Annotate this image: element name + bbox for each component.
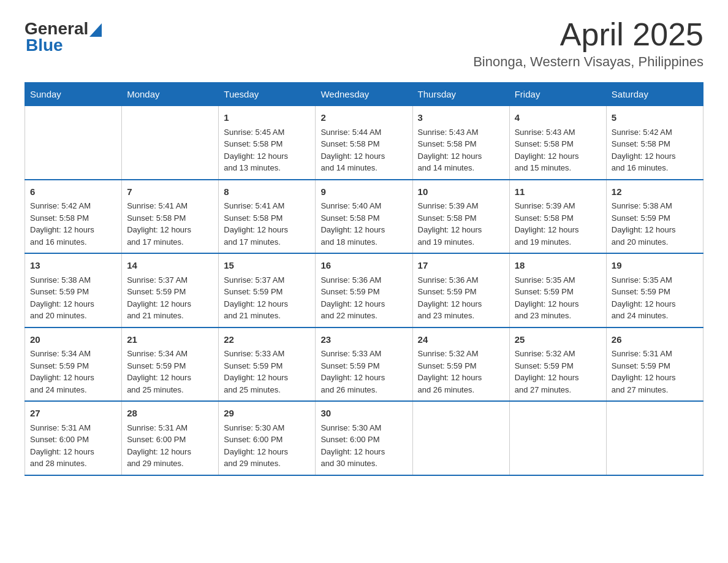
calendar-cell <box>122 106 219 180</box>
day-info: Sunrise: 5:41 AM Sunset: 5:58 PM Dayligh… <box>127 200 213 248</box>
day-info: Sunrise: 5:42 AM Sunset: 5:58 PM Dayligh… <box>30 200 116 248</box>
calendar-cell: 14Sunrise: 5:37 AM Sunset: 5:59 PM Dayli… <box>122 253 219 327</box>
calendar-week-4: 20Sunrise: 5:34 AM Sunset: 5:59 PM Dayli… <box>25 327 703 402</box>
day-info: Sunrise: 5:38 AM Sunset: 5:59 PM Dayligh… <box>612 200 698 248</box>
day-info: Sunrise: 5:41 AM Sunset: 5:58 PM Dayligh… <box>224 200 310 248</box>
day-info: Sunrise: 5:36 AM Sunset: 5:59 PM Dayligh… <box>320 274 407 322</box>
logo-text-blue: Blue <box>26 36 63 55</box>
day-info: Sunrise: 5:43 AM Sunset: 5:58 PM Dayligh… <box>418 126 504 174</box>
day-number: 7 <box>127 185 213 199</box>
calendar-cell: 1Sunrise: 5:45 AM Sunset: 5:58 PM Daylig… <box>219 106 316 180</box>
day-info: Sunrise: 5:33 AM Sunset: 5:59 PM Dayligh… <box>224 348 310 396</box>
column-header-friday: Friday <box>509 83 606 106</box>
day-number: 15 <box>224 259 310 273</box>
column-header-thursday: Thursday <box>412 83 509 106</box>
calendar-cell <box>25 106 122 180</box>
day-info: Sunrise: 5:43 AM Sunset: 5:58 PM Dayligh… <box>515 126 601 174</box>
day-number: 19 <box>612 259 698 273</box>
day-info: Sunrise: 5:34 AM Sunset: 5:59 PM Dayligh… <box>127 348 213 396</box>
calendar-cell: 21Sunrise: 5:34 AM Sunset: 5:59 PM Dayli… <box>122 327 219 402</box>
day-info: Sunrise: 5:31 AM Sunset: 6:00 PM Dayligh… <box>127 422 213 470</box>
calendar-cell: 11Sunrise: 5:39 AM Sunset: 5:58 PM Dayli… <box>509 180 606 254</box>
day-info: Sunrise: 5:35 AM Sunset: 5:59 PM Dayligh… <box>612 274 698 322</box>
calendar-cell: 13Sunrise: 5:38 AM Sunset: 5:59 PM Dayli… <box>25 253 122 327</box>
calendar-cell: 3Sunrise: 5:43 AM Sunset: 5:58 PM Daylig… <box>412 106 509 180</box>
day-info: Sunrise: 5:32 AM Sunset: 5:59 PM Dayligh… <box>515 348 601 396</box>
column-header-saturday: Saturday <box>606 83 703 106</box>
calendar-cell: 18Sunrise: 5:35 AM Sunset: 5:59 PM Dayli… <box>509 253 606 327</box>
calendar-cell: 15Sunrise: 5:37 AM Sunset: 5:59 PM Dayli… <box>219 253 316 327</box>
calendar-cell: 9Sunrise: 5:40 AM Sunset: 5:58 PM Daylig… <box>316 180 412 254</box>
day-number: 9 <box>320 185 407 199</box>
day-number: 8 <box>224 185 310 199</box>
day-info: Sunrise: 5:31 AM Sunset: 6:00 PM Dayligh… <box>30 422 116 470</box>
calendar-week-2: 6Sunrise: 5:42 AM Sunset: 5:58 PM Daylig… <box>25 180 703 254</box>
day-number: 23 <box>320 333 407 347</box>
calendar-table: SundayMondayTuesdayWednesdayThursdayFrid… <box>25 82 703 476</box>
svg-marker-0 <box>89 23 102 37</box>
day-number: 13 <box>30 259 116 273</box>
day-number: 11 <box>515 185 601 199</box>
day-number: 17 <box>418 259 504 273</box>
day-number: 4 <box>515 111 601 125</box>
calendar-cell: 4Sunrise: 5:43 AM Sunset: 5:58 PM Daylig… <box>509 106 606 180</box>
day-info: Sunrise: 5:39 AM Sunset: 5:58 PM Dayligh… <box>515 200 601 248</box>
day-number: 30 <box>320 407 407 421</box>
day-number: 18 <box>515 259 601 273</box>
day-number: 20 <box>30 333 116 347</box>
day-number: 22 <box>224 333 310 347</box>
day-info: Sunrise: 5:38 AM Sunset: 5:59 PM Dayligh… <box>30 274 116 322</box>
column-header-wednesday: Wednesday <box>316 83 412 106</box>
day-info: Sunrise: 5:33 AM Sunset: 5:59 PM Dayligh… <box>320 348 407 396</box>
day-number: 2 <box>320 111 407 125</box>
calendar-cell: 6Sunrise: 5:42 AM Sunset: 5:58 PM Daylig… <box>25 180 122 254</box>
logo: General Blue <box>25 18 102 55</box>
calendar-cell <box>509 401 606 475</box>
calendar-cell <box>606 401 703 475</box>
column-header-monday: Monday <box>122 83 219 106</box>
day-info: Sunrise: 5:39 AM Sunset: 5:58 PM Dayligh… <box>418 200 504 248</box>
page-title: April 2025 <box>473 18 703 50</box>
calendar-cell: 23Sunrise: 5:33 AM Sunset: 5:59 PM Dayli… <box>316 327 412 402</box>
calendar-cell: 5Sunrise: 5:42 AM Sunset: 5:58 PM Daylig… <box>606 106 703 180</box>
calendar-cell: 17Sunrise: 5:36 AM Sunset: 5:59 PM Dayli… <box>412 253 509 327</box>
calendar-cell: 19Sunrise: 5:35 AM Sunset: 5:59 PM Dayli… <box>606 253 703 327</box>
calendar-cell: 8Sunrise: 5:41 AM Sunset: 5:58 PM Daylig… <box>219 180 316 254</box>
day-info: Sunrise: 5:31 AM Sunset: 5:59 PM Dayligh… <box>612 348 698 396</box>
day-number: 26 <box>612 333 698 347</box>
calendar-week-3: 13Sunrise: 5:38 AM Sunset: 5:59 PM Dayli… <box>25 253 703 327</box>
day-number: 24 <box>418 333 504 347</box>
day-number: 27 <box>30 407 116 421</box>
calendar-cell: 2Sunrise: 5:44 AM Sunset: 5:58 PM Daylig… <box>316 106 412 180</box>
day-info: Sunrise: 5:42 AM Sunset: 5:58 PM Dayligh… <box>612 126 698 174</box>
calendar-cell <box>412 401 509 475</box>
day-info: Sunrise: 5:35 AM Sunset: 5:59 PM Dayligh… <box>515 274 601 322</box>
day-info: Sunrise: 5:36 AM Sunset: 5:59 PM Dayligh… <box>418 274 504 322</box>
day-number: 28 <box>127 407 213 421</box>
day-info: Sunrise: 5:40 AM Sunset: 5:58 PM Dayligh… <box>320 200 407 248</box>
day-info: Sunrise: 5:45 AM Sunset: 5:58 PM Dayligh… <box>224 126 310 174</box>
day-number: 14 <box>127 259 213 273</box>
calendar-cell: 24Sunrise: 5:32 AM Sunset: 5:59 PM Dayli… <box>412 327 509 402</box>
day-number: 16 <box>320 259 407 273</box>
calendar-header: SundayMondayTuesdayWednesdayThursdayFrid… <box>25 83 703 106</box>
calendar-cell: 30Sunrise: 5:30 AM Sunset: 6:00 PM Dayli… <box>316 401 412 475</box>
header-right: April 2025 Binonga, Western Visayas, Phi… <box>473 18 703 70</box>
calendar-cell: 27Sunrise: 5:31 AM Sunset: 6:00 PM Dayli… <box>25 401 122 475</box>
calendar-week-1: 1Sunrise: 5:45 AM Sunset: 5:58 PM Daylig… <box>25 106 703 180</box>
calendar-cell: 22Sunrise: 5:33 AM Sunset: 5:59 PM Dayli… <box>219 327 316 402</box>
page-subtitle: Binonga, Western Visayas, Philippines <box>473 54 703 70</box>
calendar-week-5: 27Sunrise: 5:31 AM Sunset: 6:00 PM Dayli… <box>25 401 703 475</box>
day-number: 3 <box>418 111 504 125</box>
day-info: Sunrise: 5:30 AM Sunset: 6:00 PM Dayligh… <box>224 422 310 470</box>
column-header-sunday: Sunday <box>25 83 122 106</box>
logo-triangle-icon <box>89 23 102 37</box>
calendar-cell: 20Sunrise: 5:34 AM Sunset: 5:59 PM Dayli… <box>25 327 122 402</box>
day-info: Sunrise: 5:37 AM Sunset: 5:59 PM Dayligh… <box>224 274 310 322</box>
calendar-cell: 28Sunrise: 5:31 AM Sunset: 6:00 PM Dayli… <box>122 401 219 475</box>
calendar-cell: 25Sunrise: 5:32 AM Sunset: 5:59 PM Dayli… <box>509 327 606 402</box>
day-number: 1 <box>224 111 310 125</box>
day-info: Sunrise: 5:44 AM Sunset: 5:58 PM Dayligh… <box>320 126 407 174</box>
day-number: 21 <box>127 333 213 347</box>
calendar-cell: 10Sunrise: 5:39 AM Sunset: 5:58 PM Dayli… <box>412 180 509 254</box>
